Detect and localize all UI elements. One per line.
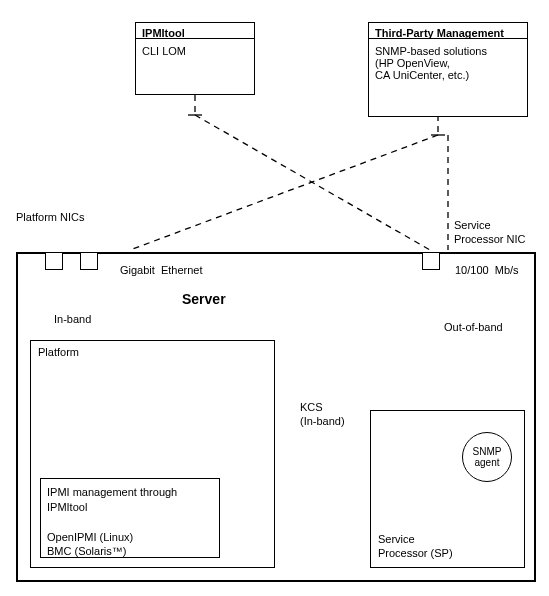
- sp-title: Service Processor (SP): [378, 532, 453, 561]
- svg-line-3: [130, 135, 438, 250]
- in-band-label: In-band: [54, 312, 91, 326]
- nic-port-2: [80, 252, 98, 270]
- third-party-title-divider: [368, 38, 528, 39]
- third-party-body: SNMP-based solutions (HP OpenView, CA Un…: [375, 45, 521, 81]
- snmp-agent-label: SNMP agent: [473, 446, 502, 468]
- sp-nic-port: [422, 252, 440, 270]
- svg-line-2: [195, 115, 430, 250]
- nic-port-1: [45, 252, 63, 270]
- platform-inner-text: IPMI management through IPMItool OpenIPM…: [47, 485, 213, 559]
- kcs-label: KCS (In-band): [300, 400, 345, 429]
- platform-nics-label: Platform NICs: [16, 210, 84, 224]
- third-party-box: Third-Party Management SNMP-based soluti…: [368, 22, 528, 117]
- ipmitool-title-divider: [135, 38, 255, 39]
- server-heading: Server: [182, 290, 226, 308]
- link-speed-label: 10/100 Mb/s: [455, 263, 519, 277]
- platform-title: Platform: [38, 345, 79, 359]
- gigabit-label: Gigabit Ethernet: [120, 263, 203, 277]
- diagram-canvas: IPMItool CLI LOM Third-Party Management …: [0, 0, 549, 596]
- platform-inner-box: IPMI management through IPMItool OpenIPM…: [40, 478, 220, 558]
- ipmitool-box: IPMItool CLI LOM: [135, 22, 255, 95]
- ipmitool-body: CLI LOM: [142, 45, 248, 57]
- snmp-agent-circle: SNMP agent: [462, 432, 512, 482]
- service-proc-nic-label: Service Processor NIC: [454, 218, 526, 247]
- out-of-band-label: Out-of-band: [444, 320, 503, 334]
